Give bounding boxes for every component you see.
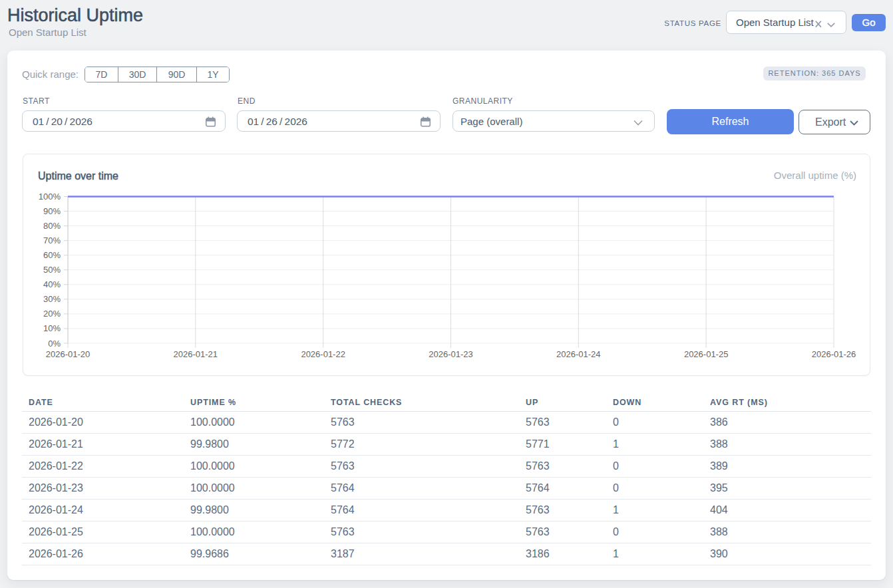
svg-text:100%: 100% [39,192,61,202]
svg-text:2026-01-20: 2026-01-20 [46,349,90,359]
svg-text:30%: 30% [43,294,61,304]
svg-text:2026-01-21: 2026-01-21 [174,349,218,359]
svg-text:90%: 90% [43,206,61,216]
svg-text:20%: 20% [43,309,61,319]
svg-text:2026-01-22: 2026-01-22 [301,349,345,359]
svg-text:0%: 0% [48,339,61,349]
svg-text:40%: 40% [43,279,61,289]
svg-text:80%: 80% [43,221,61,231]
svg-text:50%: 50% [43,265,61,275]
svg-text:60%: 60% [43,250,61,260]
svg-text:2026-01-24: 2026-01-24 [556,349,601,359]
svg-text:10%: 10% [43,323,61,333]
svg-text:2026-01-26: 2026-01-26 [812,349,856,359]
svg-text:2026-01-25: 2026-01-25 [684,349,729,359]
svg-text:2026-01-23: 2026-01-23 [429,349,473,359]
svg-text:70%: 70% [43,235,61,245]
